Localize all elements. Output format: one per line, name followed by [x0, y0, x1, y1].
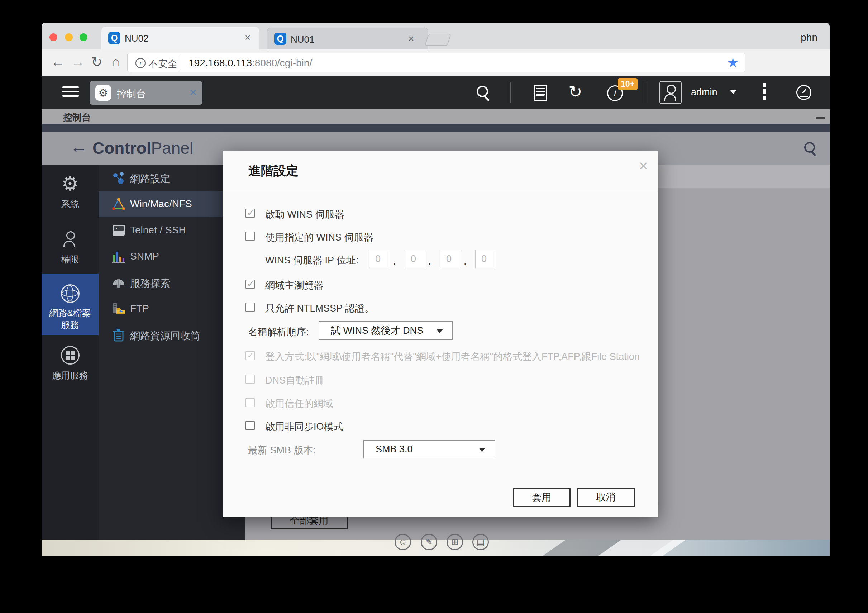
label-async-io: 啟用非同步IO模式	[265, 420, 343, 433]
checkbox-async-io[interactable]	[245, 421, 255, 430]
label-local-master-browser: 網域主瀏覽器	[265, 279, 323, 292]
breadcrumb[interactable]: 控制台	[63, 111, 91, 124]
more-options-icon[interactable]	[763, 81, 766, 102]
sync-icon[interactable]: ↻	[568, 84, 582, 100]
wins-ip-octet-4-input[interactable]: 0	[475, 250, 496, 268]
minimize-panel-icon[interactable]	[816, 116, 825, 119]
background-tasks-icon[interactable]	[534, 85, 547, 101]
new-tab-button[interactable]	[424, 34, 451, 46]
checkbox-enable-wins-server[interactable]	[245, 209, 255, 218]
menu-item-label: 網路設定	[130, 172, 170, 186]
ip-dot: .	[464, 256, 467, 267]
smb-version-dropdown[interactable]: SMB 3.0	[363, 440, 495, 458]
main-menu-icon[interactable]	[62, 84, 79, 99]
wins-ip-octet-3-input[interactable]: 0	[440, 250, 461, 268]
dialog-divider	[223, 192, 658, 192]
task-tab-close-icon[interactable]: ✕	[189, 87, 197, 98]
ip-dot: .	[428, 256, 431, 267]
forward-icon[interactable]: →	[71, 54, 85, 70]
close-tab-icon[interactable]: ×	[408, 33, 414, 45]
checkbox-ntlmssp-only[interactable]	[245, 303, 255, 312]
minimize-window-button[interactable]	[65, 33, 73, 41]
menu-item-label: Telnet / SSH	[130, 224, 186, 236]
menu-item-label: 網路資源回收筒	[130, 329, 200, 343]
toolbar-divider	[645, 82, 645, 103]
label-ntlmssp-only: 只允許 NTLMSSP 認證。	[265, 302, 374, 315]
control-panel-app-icon: ⚙	[95, 85, 111, 101]
checkbox-use-specified-wins[interactable]	[245, 231, 255, 241]
control-panel-sidebar: ⚙ 系統 權限 網路&檔案 服務 應用服務	[42, 165, 99, 540]
browser-toolbar: ← → ↻ ⌂ i 不安全 192.168.0.113:8080/cgi-bin…	[42, 50, 830, 76]
dashboard-icon[interactable]	[796, 85, 811, 100]
sidebar-item-label: 網路&檔案	[42, 307, 99, 319]
label-enable-wins-server: 啟動 WINS 伺服器	[265, 208, 344, 221]
task-tab-label: 控制台	[117, 87, 146, 100]
app-grid-icon	[61, 346, 79, 365]
browser-tab-nu02[interactable]: Q NU02 ×	[101, 27, 259, 50]
user-menu-label[interactable]: admin	[691, 87, 718, 98]
checkbox-local-master-browser[interactable]	[245, 279, 255, 289]
dock-feedback-icon[interactable]: ☺	[395, 534, 411, 550]
label-smb-version: 最新 SMB 版本:	[248, 444, 316, 457]
user-avatar-icon[interactable]	[659, 81, 682, 104]
dock-trash-icon[interactable]: ▤	[472, 534, 489, 550]
back-icon[interactable]: ←	[51, 54, 65, 70]
page-info-icon[interactable]: i	[135, 58, 146, 68]
gear-icon: ⚙	[42, 174, 99, 193]
checkbox-dns-auto-register	[245, 375, 255, 384]
chevron-down-icon	[437, 329, 443, 334]
sidebar-item-label: 應用服務	[42, 369, 99, 382]
ip-dot: .	[393, 256, 396, 267]
checkbox-login-style	[245, 351, 255, 360]
address-bar[interactable]: i 不安全 192.168.0.113:8080/cgi-bin/ ★	[127, 53, 746, 72]
sidebar-item-system[interactable]: ⚙ 系統	[42, 174, 99, 210]
dock-edit-icon[interactable]: ✎	[421, 534, 437, 550]
home-icon[interactable]: ⌂	[112, 54, 120, 70]
label-wins-ip: WINS 伺服器 IP 位址:	[265, 254, 359, 267]
bookmark-star-icon[interactable]: ★	[727, 55, 739, 70]
ftp-server-folder-icon	[112, 302, 126, 316]
label-use-specified-wins: 使用指定的 WINS 伺服器	[265, 231, 374, 244]
sidebar-item-applications[interactable]: 應用服務	[42, 346, 99, 382]
user-icon	[62, 231, 78, 248]
panel-search-icon[interactable]	[804, 142, 815, 153]
network-icon	[112, 171, 126, 185]
name-resolution-dropdown[interactable]: 試 WINS 然後才 DNS	[319, 321, 453, 340]
zoom-window-button[interactable]	[79, 33, 87, 41]
security-chip[interactable]: 不安全	[148, 57, 177, 70]
wins-ip-octet-1-input[interactable]: 0	[369, 250, 390, 268]
back-arrow-icon[interactable]: ←	[70, 137, 87, 157]
menu-item-label: SNMP	[130, 251, 159, 262]
apply-button[interactable]: 套用	[513, 487, 570, 507]
dock-apps-icon[interactable]: ⊞	[446, 534, 463, 550]
radar-dome-icon	[112, 276, 126, 290]
wins-ip-octet-2-input[interactable]: 0	[405, 250, 425, 268]
sidebar-item-privilege[interactable]: 權限	[42, 231, 99, 265]
tab-title: NU01	[291, 34, 314, 45]
sidebar-item-label: 系統	[42, 198, 99, 210]
chevron-down-icon	[730, 90, 736, 94]
close-tab-icon[interactable]: ×	[245, 32, 251, 43]
search-icon[interactable]	[477, 86, 488, 97]
browser-profile-name[interactable]: phn	[801, 32, 817, 43]
checkbox-trusted-domains	[245, 398, 255, 407]
globe-icon	[61, 284, 79, 303]
browser-tab-nu01[interactable]: Q NU01 ×	[267, 28, 428, 50]
task-tab-control-panel[interactable]: ⚙ 控制台 ✕	[90, 81, 203, 105]
dropdown-value: 試 WINS 然後才 DNS	[331, 325, 423, 336]
close-window-button[interactable]	[50, 33, 57, 41]
triangle-network-icon	[112, 197, 126, 211]
reload-icon[interactable]: ↻	[91, 54, 102, 70]
omnibox-divider	[179, 56, 179, 69]
chevron-down-icon	[479, 448, 485, 452]
url-text[interactable]: 192.168.0.113:8080/cgi-bin/	[189, 57, 312, 69]
cancel-button[interactable]: 取消	[577, 487, 635, 507]
qts-top-bar: ⚙ 控制台 ✕ ↻ i 10+ admin	[42, 76, 830, 109]
dialog-title: 進階設定	[248, 162, 299, 179]
sidebar-item-network-file-services[interactable]: 網路&檔案 服務	[42, 284, 99, 331]
dialog-close-icon[interactable]: ×	[639, 157, 648, 175]
tab-title: NU02	[125, 33, 148, 44]
menu-item-label: Win/Mac/NFS	[130, 198, 192, 210]
browser-tab-strip: Q NU02 × Q NU01 × phn	[42, 23, 830, 50]
advanced-settings-dialog: 進階設定 × 啟動 WINS 伺服器 使用指定的 WINS 伺服器 WINS 伺…	[223, 151, 658, 517]
